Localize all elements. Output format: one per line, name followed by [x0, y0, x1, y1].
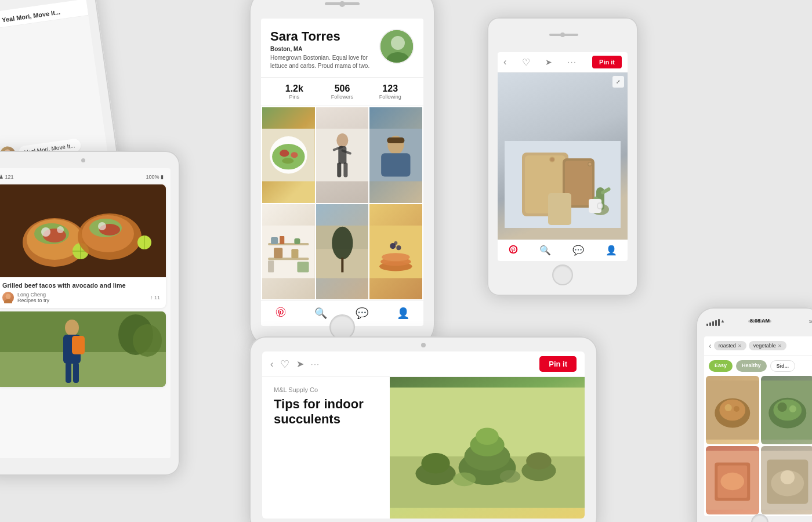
battery-status: 100% ▮ — [146, 174, 164, 180]
following-stat: 123 Following — [366, 84, 414, 100]
search-bottom-icon[interactable]: 🔍 — [539, 245, 551, 256]
svg-point-10 — [282, 158, 293, 164]
svg-point-85 — [65, 320, 79, 336]
grid-cell-tree[interactable] — [316, 204, 369, 299]
tablet-succulent: ‹ ♡ ➤ ··· Pin it M&L Supply Co Tips for … — [249, 336, 597, 522]
svg-rect-82 — [0, 352, 166, 387]
author-avatar — [2, 292, 14, 303]
pinterest-nav-icon[interactable] — [276, 307, 286, 320]
profile-bottom-icon[interactable]: 👤 — [606, 245, 617, 256]
filter-chip-easy[interactable]: Easy — [709, 360, 733, 372]
svg-rect-24 — [268, 258, 309, 260]
svg-point-95 — [476, 427, 499, 445]
svg-rect-58 — [589, 199, 601, 213]
svg-point-3 — [391, 36, 405, 50]
pin-detail-bottom-nav: 🔍 💬 👤 — [498, 240, 628, 261]
grid-cell-shelves[interactable] — [262, 204, 315, 299]
succulent-topbar: ‹ ♡ ➤ ··· Pin it — [262, 351, 585, 377]
more-icon[interactable]: ··· — [311, 361, 320, 368]
saves-count: ↑ 11 — [150, 295, 160, 300]
taco-image — [0, 184, 166, 277]
back-icon[interactable]: ‹ — [709, 341, 712, 350]
search-result-3[interactable] — [706, 446, 759, 514]
succulent-text: M&L Supply Co Tips for indoor succulents — [262, 377, 390, 519]
svg-point-67 — [41, 227, 50, 237]
svg-point-106 — [734, 406, 740, 412]
search-result-2[interactable] — [761, 376, 813, 444]
grid-cell-dance[interactable] — [316, 107, 369, 202]
svg-point-76 — [98, 222, 106, 230]
svg-rect-28 — [274, 248, 282, 258]
filter-chip-side[interactable]: Sid... — [770, 360, 796, 372]
filter-chip-healthy[interactable]: Healthy — [736, 360, 767, 372]
profile-avatar — [379, 29, 414, 64]
filter-chips-row: Easy Healthy Sid... — [704, 356, 812, 374]
remove-tag-roasted[interactable]: ✕ — [738, 343, 742, 349]
pin-meta: Long Cheng Recipes to try ↑ 11 — [2, 292, 160, 303]
home-button[interactable] — [552, 264, 573, 285]
svg-point-7 — [272, 144, 304, 169]
more-icon[interactable]: ··· — [568, 58, 577, 66]
author-info: Long Cheng Recipes to try — [17, 292, 49, 303]
search-tag-vegetable[interactable]: vegetable ✕ — [749, 341, 786, 350]
svg-rect-16 — [337, 163, 341, 177]
heart-icon[interactable]: ♡ — [522, 57, 530, 68]
remove-tag-vegetable[interactable]: ✕ — [778, 343, 782, 349]
succulent-screen: ‹ ♡ ➤ ··· Pin it M&L Supply Co Tips for … — [262, 351, 585, 519]
search-tag-roasted[interactable]: roasted ✕ — [714, 341, 746, 350]
svg-point-109 — [773, 400, 802, 421]
svg-point-52 — [589, 163, 592, 166]
author-name: Long Cheng — [17, 292, 49, 298]
svg-point-8 — [280, 150, 289, 157]
pinterest-bottom-icon[interactable] — [509, 245, 518, 256]
expand-icon[interactable]: ⤢ — [612, 76, 624, 88]
profile-nav-icon[interactable]: 👤 — [397, 307, 409, 320]
back-icon[interactable]: ‹ — [503, 57, 506, 67]
svg-rect-17 — [343, 163, 347, 177]
profile-stats: 1.2k Pins 506 Followers 123 Following — [261, 78, 423, 106]
search-results-grid — [704, 374, 812, 516]
svg-rect-30 — [268, 260, 274, 272]
followers-stat: 506 Followers — [318, 84, 367, 100]
phone-search: ▲ 8:08 AM 100 ▮ ‹ roasted ✕ vegetable ✕ … — [696, 307, 812, 522]
camera-dot — [81, 158, 85, 162]
svg-point-100 — [453, 472, 476, 486]
svg-point-101 — [500, 470, 521, 483]
taco-pin-card[interactable]: Grilled beef tacos with avocado and lime… — [0, 184, 166, 308]
svg-point-97 — [421, 453, 449, 474]
search-nav-icon[interactable]: 🔍 — [314, 307, 327, 320]
heart-icon[interactable]: ♡ — [280, 358, 289, 371]
search-result-4[interactable] — [761, 446, 813, 514]
succulent-image — [390, 377, 585, 519]
grid-cell-salad[interactable] — [262, 107, 315, 202]
grid-cell-boy[interactable] — [369, 107, 422, 202]
person-pin-card[interactable] — [0, 311, 166, 387]
pin-it-button[interactable]: Pin it — [592, 56, 622, 68]
back-icon[interactable]: ‹ — [270, 359, 273, 369]
svg-point-9 — [291, 152, 298, 158]
svg-rect-87 — [72, 336, 85, 354]
profile-bio: Homegrown Bostonian. Equal love for lett… — [270, 54, 372, 70]
camera-dot — [421, 343, 426, 347]
svg-point-34 — [332, 226, 353, 259]
speaker-bar — [325, 2, 360, 5]
send-icon[interactable]: ➤ — [296, 358, 304, 369]
taco-info: Grilled beef tacos with avocado and lime… — [0, 277, 166, 308]
svg-point-79 — [6, 294, 11, 299]
grid-cell-pancakes[interactable] — [369, 204, 422, 299]
pin-it-button[interactable]: Pin it — [539, 356, 577, 372]
search-result-1[interactable] — [706, 376, 759, 444]
send-icon[interactable]: ➤ — [545, 57, 552, 67]
battery-icon: 100 ▮ — [809, 319, 812, 324]
message-nav-icon[interactable]: 💬 — [356, 307, 368, 320]
profile-screen: Sara Torres Boston, MA Homegrown Bostoni… — [261, 19, 423, 326]
search-bar: ‹ roasted ✕ vegetable ✕ — [704, 336, 812, 356]
pins-stat: 1.2k Pins — [270, 84, 318, 100]
profile-location: Boston, MA — [270, 46, 372, 52]
wifi-icon: ▲ — [720, 318, 725, 324]
profile-name: Sara Torres — [270, 29, 372, 44]
svg-rect-21 — [381, 153, 410, 176]
svg-rect-20 — [387, 137, 405, 143]
svg-point-48 — [550, 158, 554, 162]
message-bottom-icon[interactable]: 💬 — [572, 245, 584, 256]
